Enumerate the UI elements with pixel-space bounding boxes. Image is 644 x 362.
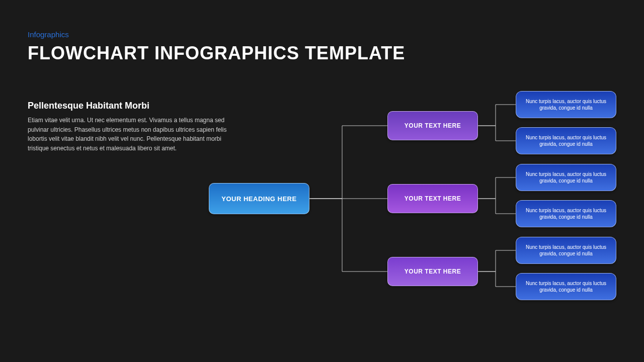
leaf-text: Nunc turpis lacus, auctor quis luctus gr… (523, 171, 609, 185)
mid-label: YOUR TEXT HERE (405, 268, 461, 275)
leaf-text: Nunc turpis lacus, auctor quis luctus gr… (523, 244, 609, 257)
mid-label: YOUR TEXT HERE (405, 195, 461, 202)
text-subheading: Pellentesque Habitant Morbi (28, 101, 149, 111)
leaf-node-5: Nunc turpis lacus, auctor quis luctus gr… (516, 237, 616, 264)
body-text: Etiam vitae velit urna. Ut nec elementum… (28, 116, 229, 153)
mid-label: YOUR TEXT HERE (405, 122, 461, 129)
leaf-text: Nunc turpis lacus, auctor quis luctus gr… (523, 207, 609, 221)
leaf-node-3: Nunc turpis lacus, auctor quis luctus gr… (516, 164, 616, 191)
root-node: YOUR HEADING HERE (209, 183, 309, 214)
leaf-node-1: Nunc turpis lacus, auctor quis luctus gr… (516, 91, 616, 118)
leaf-node-4: Nunc turpis lacus, auctor quis luctus gr… (516, 200, 616, 227)
leaf-text: Nunc turpis lacus, auctor quis luctus gr… (523, 98, 609, 112)
leaf-text: Nunc turpis lacus, auctor quis luctus gr… (523, 134, 609, 148)
leaf-node-6: Nunc turpis lacus, auctor quis luctus gr… (516, 273, 616, 300)
leaf-node-2: Nunc turpis lacus, auctor quis luctus gr… (516, 127, 616, 154)
mid-node-2: YOUR TEXT HERE (387, 184, 478, 213)
mid-node-1: YOUR TEXT HERE (387, 111, 478, 140)
slide: Infographics FLOWCHART INFOGRAPHICS TEMP… (0, 0, 644, 362)
root-label: YOUR HEADING HERE (221, 195, 296, 203)
leaf-text: Nunc turpis lacus, auctor quis luctus gr… (523, 280, 609, 294)
eyebrow-label: Infographics (28, 30, 69, 39)
slide-title: FLOWCHART INFOGRAPHICS TEMPLATE (28, 43, 405, 64)
mid-node-3: YOUR TEXT HERE (387, 257, 478, 286)
